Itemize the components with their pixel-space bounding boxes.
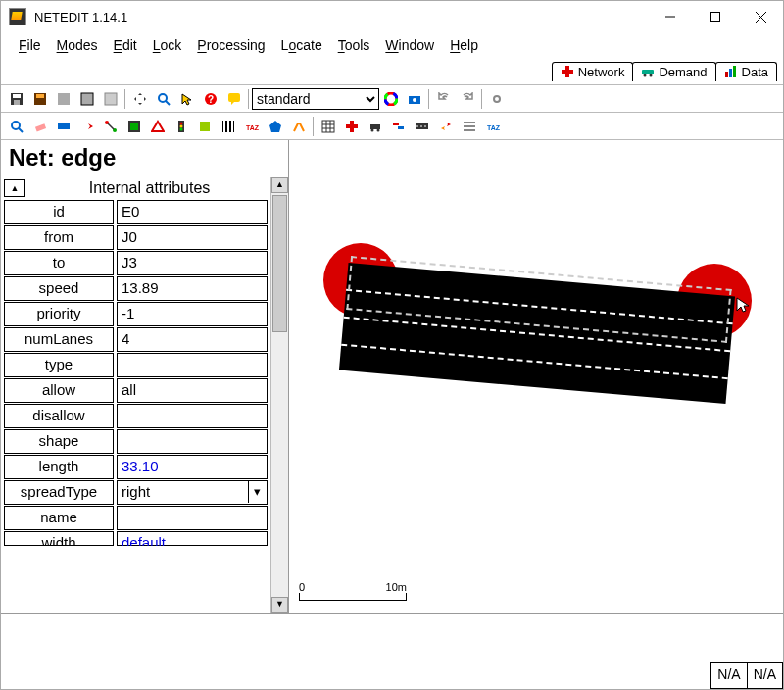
select-mode-button[interactable] xyxy=(53,116,74,137)
svg-rect-13 xyxy=(13,94,21,98)
svg-point-31 xyxy=(12,122,20,129)
attr-value-numlanes[interactable]: 4 xyxy=(117,327,268,352)
new-file-button[interactable] xyxy=(6,88,27,110)
svg-point-7 xyxy=(644,74,647,77)
taz-mode-button[interactable]: TAZ xyxy=(241,116,263,137)
menu-window[interactable]: Window xyxy=(377,35,442,55)
taz-color-button[interactable]: TAZ xyxy=(482,116,504,137)
svg-rect-46 xyxy=(223,121,225,132)
attr-value-disallow[interactable] xyxy=(117,404,268,428)
view-scheme-select[interactable]: standard xyxy=(252,88,379,110)
attr-value-length[interactable]: 33.10 xyxy=(117,455,268,479)
tab-label: Network xyxy=(578,65,625,79)
menu-tools[interactable]: Tools xyxy=(330,35,378,55)
move-mode-button[interactable] xyxy=(76,116,98,137)
tab-data[interactable]: Data xyxy=(715,62,777,81)
attr-button-allow[interactable]: allow xyxy=(4,378,114,403)
edge-color-button[interactable] xyxy=(459,116,480,137)
save-button[interactable] xyxy=(53,88,74,110)
person-button[interactable]: ? xyxy=(200,88,221,110)
attr-value-name[interactable] xyxy=(117,506,268,530)
attr-button-disallow[interactable]: disallow xyxy=(4,404,114,428)
shape-mode-button[interactable] xyxy=(265,116,286,137)
cars-button[interactable] xyxy=(388,116,410,137)
attr-value-spreadtype[interactable]: right xyxy=(117,480,268,505)
attr-label-id: id xyxy=(4,200,114,224)
attr-value-to[interactable]: J3 xyxy=(117,251,268,275)
menu-lock[interactable]: Lock xyxy=(145,35,190,55)
scroll-thumb[interactable] xyxy=(272,195,287,332)
svg-rect-48 xyxy=(231,121,233,132)
tab-demand[interactable]: Demand xyxy=(632,62,715,81)
chart-icon xyxy=(724,65,738,78)
attr-value-type[interactable] xyxy=(117,353,268,377)
junc-shape-button[interactable] xyxy=(341,116,363,137)
floppy-icon xyxy=(80,92,94,106)
crossing-mode-button[interactable] xyxy=(218,116,239,137)
additional-mode-button[interactable] xyxy=(194,116,216,137)
title-bar: NETEDIT 1.14.1 xyxy=(1,1,783,32)
chat-button[interactable] xyxy=(223,88,245,110)
attr-value-allow[interactable]: all xyxy=(117,378,268,403)
undo-button[interactable] xyxy=(433,88,455,110)
select-button[interactable] xyxy=(176,88,198,110)
plus-icon xyxy=(561,65,574,78)
taz-icon: TAZ xyxy=(245,120,259,133)
collapse-toggle[interactable]: ▲ xyxy=(4,179,25,197)
menu-locate[interactable]: Locate xyxy=(273,35,330,55)
wire-mode-button[interactable] xyxy=(288,116,310,137)
attr-value-id[interactable]: E0 xyxy=(117,200,268,224)
svg-point-41 xyxy=(180,122,183,124)
attr-value-speed[interactable]: 13.89 xyxy=(117,276,268,301)
zoom-button[interactable] xyxy=(153,88,174,110)
save-as-button[interactable] xyxy=(76,88,98,110)
sidebar-scrollbar[interactable]: ▲ ▼ xyxy=(270,177,288,613)
floppy-icon xyxy=(33,92,47,106)
car-icon xyxy=(641,65,655,78)
cursor-icon xyxy=(736,297,754,318)
open-button[interactable] xyxy=(29,88,51,110)
lanes-button[interactable] xyxy=(412,116,433,137)
attr-value-shape[interactable] xyxy=(117,429,268,454)
svg-rect-34 xyxy=(58,123,70,129)
attr-label-from: from xyxy=(4,225,114,250)
compute-button[interactable] xyxy=(486,88,508,110)
tls-mode-button[interactable] xyxy=(171,116,192,137)
close-button[interactable] xyxy=(738,2,783,31)
tab-label: Demand xyxy=(659,65,707,79)
redo-button[interactable] xyxy=(457,88,478,110)
inspect-mode-button[interactable] xyxy=(6,116,27,137)
grid-toggle-button[interactable] xyxy=(318,116,339,137)
pan-button[interactable] xyxy=(129,88,151,110)
create-edge-button[interactable] xyxy=(100,116,122,137)
demand-elems-button[interactable] xyxy=(365,116,386,137)
menu-processing[interactable]: Processing xyxy=(189,35,272,55)
reload-button[interactable] xyxy=(100,88,122,110)
svg-text:?: ? xyxy=(208,94,214,105)
traffic-light-icon xyxy=(174,120,188,133)
scroll-down-icon[interactable]: ▼ xyxy=(271,597,288,613)
attr-value-width[interactable]: default xyxy=(117,531,268,546)
menu-modes[interactable]: Modes xyxy=(49,35,106,55)
network-canvas[interactable]: 010m xyxy=(289,140,783,613)
prohibition-mode-button[interactable] xyxy=(147,116,169,137)
attr-value-from[interactable]: J0 xyxy=(117,225,268,250)
connection-mode-button[interactable] xyxy=(123,116,145,137)
maximize-button[interactable] xyxy=(693,2,738,31)
delete-mode-button[interactable] xyxy=(29,116,51,137)
color-button[interactable] xyxy=(380,88,402,110)
svg-rect-56 xyxy=(346,124,358,128)
menu-help[interactable]: Help xyxy=(442,35,486,55)
svg-line-32 xyxy=(19,128,23,132)
menu-edit[interactable]: Edit xyxy=(106,35,145,55)
attr-label-type: type xyxy=(4,353,114,377)
minimize-button[interactable] xyxy=(648,2,693,31)
tab-network[interactable]: Network xyxy=(552,62,634,81)
select-icon xyxy=(57,120,71,133)
camera-button[interactable] xyxy=(404,88,425,110)
svg-rect-5 xyxy=(562,70,573,74)
attr-value-priority[interactable]: -1 xyxy=(117,302,268,326)
menu-file[interactable]: File xyxy=(11,35,49,55)
dir-button[interactable] xyxy=(435,116,457,137)
scroll-up-icon[interactable]: ▲ xyxy=(271,177,288,193)
